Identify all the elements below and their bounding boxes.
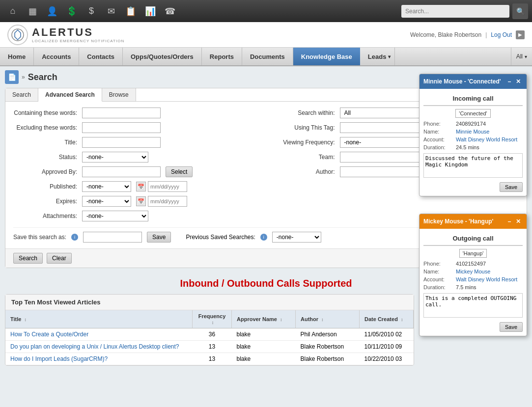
using-tag-label: Using This Tag: (271, 124, 335, 131)
popup-hangup-account-link[interactable]: Walt Disney World Resort (456, 276, 517, 282)
popup-connected-close[interactable]: ✕ (514, 77, 523, 86)
clear-button[interactable]: Clear (47, 253, 72, 264)
popup-name-value: Minnie Mouse (456, 129, 489, 135)
excluding-row: Excluding these words: (13, 122, 261, 133)
save-search-input[interactable] (83, 232, 142, 243)
contacts2-icon[interactable]: 📋 (122, 2, 140, 20)
leads-dropdown-arrow: ▾ (388, 54, 391, 59)
nav-reports[interactable]: Reports (202, 48, 242, 65)
save-search-info-icon: i (71, 234, 78, 241)
col-date[interactable]: Date Created ↕ (360, 310, 414, 328)
logout-link[interactable]: Log Out (491, 31, 512, 38)
popup-hangup-minus[interactable]: – (505, 217, 514, 226)
accounts-icon[interactable]: ▦ (24, 2, 41, 20)
top-search-button[interactable]: 🔍 (512, 3, 528, 19)
expires-date-input[interactable] (148, 196, 187, 207)
popup-hangup-phone-row: Phone: 4102152497 (423, 261, 523, 267)
article-section-header: Top Ten Most Viewed Articles (5, 295, 414, 310)
popup-connected-note: Discussed the future of the Magic Kingdo… (423, 153, 523, 179)
email-icon[interactable]: ✉ (102, 2, 120, 20)
status-select[interactable]: -none- (82, 152, 148, 163)
popup-connected-status: 'Connected' (455, 109, 490, 118)
money-icon[interactable]: 💲 (63, 2, 81, 20)
popup-name-link[interactable]: Minnie Mouse (456, 129, 489, 135)
page-content: 📄 » Search + Create Search Advanced Sear… (0, 66, 532, 407)
scroll-btn[interactable]: ▶ (516, 30, 525, 39)
nav-contacts[interactable]: Contacts (79, 48, 123, 65)
popup-connected-save[interactable]: Save (500, 182, 523, 192)
article-link-3[interactable]: How do I Import Leads (SugarCRM)? (10, 355, 108, 362)
popup-connected-title: Minnie Mouse - 'Connected' (423, 78, 505, 85)
article-date-cell: 10/11/2010 09 (360, 341, 414, 353)
home-icon[interactable]: ⌂ (4, 2, 22, 20)
containing-input[interactable] (82, 108, 161, 118)
author-sort-icon: ↕ (321, 317, 324, 322)
popup-connected-call-type: Incoming call (423, 93, 523, 106)
tab-search[interactable]: Search (5, 88, 38, 101)
approved-row: Approved By: Select (13, 166, 261, 177)
col-title[interactable]: Title ↕ (5, 310, 193, 328)
popup-hangup-call-type: Outgoing call (423, 233, 523, 246)
dollar-icon[interactable]: $ (83, 2, 100, 20)
logo-title: ALERTUS (32, 26, 124, 39)
author-label: Author: (271, 168, 335, 175)
reports-icon[interactable]: 📊 (141, 2, 159, 20)
search-button[interactable]: Search (13, 253, 43, 264)
expires-select[interactable]: -none- (82, 196, 131, 207)
expires-cal-icon[interactable]: 📅 (136, 196, 146, 206)
popup-connected-account-row: Account: Walt Disney World Resort (423, 136, 523, 142)
top-search-input[interactable] (401, 5, 509, 18)
article-freq-cell: 13 (193, 341, 232, 353)
nav-documents[interactable]: Documents (242, 48, 293, 65)
tab-advanced-search[interactable]: Advanced Search (38, 88, 102, 102)
col-frequency[interactable]: Frequency ↕ (193, 310, 232, 328)
logo-area: ALERTUS LOCALIZED EMERGENCY NOTIFICATION (7, 25, 124, 45)
popup-hangup-name-label: Name: (423, 269, 453, 274)
popup-hangup-save[interactable]: Save (500, 322, 523, 332)
col-approver[interactable]: Approver Name ↕ (232, 310, 296, 328)
search-col-left: Containing these words: Excluding these … (13, 108, 261, 225)
select-button[interactable]: Select (166, 166, 193, 177)
prev-saved-select[interactable]: -none- (272, 232, 321, 243)
excluding-input[interactable] (82, 122, 161, 133)
nav-leads[interactable]: Leads ▾ (360, 48, 395, 65)
article-title-cell: Do you plan on developing a Unix / Linux… (5, 341, 193, 353)
published-date-input[interactable] (148, 181, 187, 192)
approved-input[interactable] (82, 166, 161, 177)
article-freq-cell: 36 (193, 328, 232, 341)
article-title-cell: How do I Import Leads (SugarCRM)? (5, 353, 193, 365)
nav-opps[interactable]: Opps/Quotes/Orders (123, 48, 202, 65)
published-cal-icon[interactable]: 📅 (136, 182, 146, 191)
article-link-2[interactable]: Do you plan on developing a Unix / Linux… (10, 343, 179, 350)
popup-connected-note-input[interactable]: Discussed the future of the Magic Kingdo… (423, 153, 523, 178)
attachments-select[interactable]: -none- (82, 211, 148, 221)
date-sort-icon: ↕ (401, 317, 403, 322)
nav-knowledge-base[interactable]: Knowledge Base (293, 48, 360, 65)
save-search-button[interactable]: Save (147, 232, 171, 243)
popup-connected-minus[interactable]: – (505, 77, 514, 86)
published-select[interactable]: -none- (82, 181, 131, 192)
viewing-freq-label: Viewing Frequency: (271, 139, 335, 146)
popup-hangup-note-input[interactable]: This is a completed OUTGOING call. (423, 293, 523, 318)
phone-icon[interactable]: ☎ (161, 2, 179, 20)
popup-account-link[interactable]: Walt Disney World Resort (456, 136, 517, 142)
col-author[interactable]: Author ↕ (296, 310, 360, 328)
popup-hangup-duration-row: Duration: 7.5 mins (423, 284, 523, 290)
article-date-cell: 10/22/2010 03 (360, 353, 414, 365)
published-label: Published: (13, 183, 77, 190)
title-input[interactable] (82, 137, 161, 148)
nav-home[interactable]: Home (0, 48, 34, 65)
popup-hangup-duration-label: Duration: (423, 284, 453, 290)
nav-bar: Home Accounts Contacts Opps/Quotes/Order… (0, 48, 532, 66)
contacts-icon[interactable]: 👤 (43, 2, 61, 20)
tab-browse[interactable]: Browse (102, 88, 136, 101)
nav-all[interactable]: All ▾ (511, 48, 532, 65)
article-date-cell: 11/05/2010 02 (360, 328, 414, 341)
expires-row: Expires: -none- 📅 (13, 196, 261, 207)
approved-label: Approved By: (13, 168, 77, 175)
popup-hangup-name-link[interactable]: Mickey Mouse (456, 269, 490, 274)
nav-accounts[interactable]: Accounts (34, 48, 79, 65)
article-author-cell: Blake Robertson (296, 341, 360, 353)
article-link-1[interactable]: How To Create a Quote/Order (10, 331, 88, 338)
popup-hangup-close[interactable]: ✕ (514, 217, 523, 226)
